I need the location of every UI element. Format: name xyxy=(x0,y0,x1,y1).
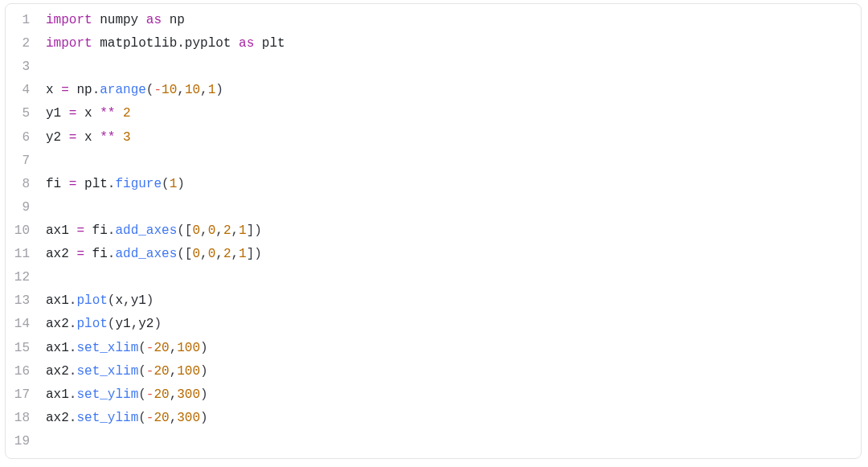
code-block: 1import numpy as np2import matplotlib.py… xyxy=(5,3,862,459)
code-token: y2 xyxy=(138,317,154,331)
code-token: 0 xyxy=(208,247,216,261)
code-line: 16ax2.set_xlim(-20,100) xyxy=(6,360,861,383)
code-token: , xyxy=(200,223,208,238)
code-line: 6y2 = x ** 3 xyxy=(6,126,861,150)
code-token: , xyxy=(177,83,185,97)
code-content: import matplotlib.pyplot as plt xyxy=(46,32,861,55)
code-line: 9 xyxy=(6,196,861,219)
line-number: 11 xyxy=(6,243,46,266)
code-token: = xyxy=(76,223,84,238)
code-token: . xyxy=(69,411,77,425)
code-token: ) xyxy=(200,387,208,402)
code-line: 11ax2 = fi.add_axes([0,0,2,1]) xyxy=(6,243,861,266)
code-content: ax1.plot(x,y1) xyxy=(46,289,861,313)
line-number: 13 xyxy=(6,289,46,313)
code-token: - xyxy=(146,341,154,355)
code-line: 19 xyxy=(6,430,861,453)
code-token: ) xyxy=(200,364,208,379)
code-token: 1 xyxy=(170,177,178,191)
line-number: 5 xyxy=(6,102,46,125)
code-token: ) xyxy=(154,317,162,331)
code-content: ax1.set_xlim(-20,100) xyxy=(46,337,861,360)
code-token: fi xyxy=(46,177,69,191)
code-token: y1 xyxy=(131,293,146,308)
code-line: 5y1 = x ** 2 xyxy=(6,102,861,125)
code-line: 4x = np.arange(-10,10,1) xyxy=(6,79,861,102)
code-token: ( xyxy=(108,293,116,308)
code-token: arange xyxy=(100,83,146,97)
code-content: x = np.arange(-10,10,1) xyxy=(46,79,861,102)
code-line: 14ax2.plot(y1,y2) xyxy=(6,313,861,336)
code-line: 18ax2.set_ylim(-20,300) xyxy=(6,407,861,430)
code-token: plt xyxy=(254,36,285,51)
code-token: np xyxy=(69,83,92,97)
code-content xyxy=(46,55,861,79)
code-content xyxy=(46,150,861,173)
code-content: ax2 = fi.add_axes([0,0,2,1]) xyxy=(46,243,861,266)
code-token: ax2 xyxy=(46,247,76,261)
code-content xyxy=(46,196,861,219)
code-token: figure xyxy=(115,177,162,191)
code-token: ) xyxy=(200,411,208,425)
code-token xyxy=(115,130,123,145)
code-content: ax2.set_xlim(-20,100) xyxy=(46,360,861,383)
code-content: import numpy as np xyxy=(46,9,861,32)
line-number: 4 xyxy=(6,79,46,102)
line-number: 6 xyxy=(6,126,46,150)
code-token: ax1 xyxy=(46,387,69,402)
code-token: , xyxy=(200,247,208,261)
code-token: ax1 xyxy=(46,341,69,355)
code-token: fi xyxy=(84,247,108,261)
code-token: . xyxy=(108,247,116,261)
line-number: 1 xyxy=(6,9,46,32)
code-token: plt xyxy=(76,177,107,191)
code-content xyxy=(46,430,861,453)
code-token: . xyxy=(92,83,100,97)
code-token: , xyxy=(200,83,208,97)
code-token: ( xyxy=(138,387,146,402)
code-content: ax1 = fi.add_axes([0,0,2,1]) xyxy=(46,219,861,243)
code-token: 0 xyxy=(192,247,200,261)
code-content xyxy=(46,266,861,289)
code-token: , xyxy=(170,387,178,402)
code-token: matplotlib xyxy=(92,36,178,51)
code-token: ** xyxy=(100,106,115,121)
code-token: . xyxy=(108,223,116,238)
code-token: 3 xyxy=(123,130,131,145)
code-token: = xyxy=(76,247,84,261)
code-token: = xyxy=(69,106,77,121)
line-number: 17 xyxy=(6,383,46,407)
line-number: 10 xyxy=(6,219,46,243)
code-token: ([ xyxy=(177,223,192,238)
code-token: ax1 xyxy=(46,223,76,238)
line-number: 12 xyxy=(6,266,46,289)
code-token: as xyxy=(239,36,254,51)
code-token: - xyxy=(146,411,154,425)
code-token: x xyxy=(46,83,61,97)
code-token: 1 xyxy=(208,83,216,97)
code-token: = xyxy=(61,83,69,97)
code-line: 8fi = plt.figure(1) xyxy=(6,173,861,196)
code-line: 10ax1 = fi.add_axes([0,0,2,1]) xyxy=(6,219,861,243)
code-token: ( xyxy=(108,317,116,331)
code-token: fi xyxy=(84,223,108,238)
line-number: 2 xyxy=(6,32,46,55)
code-token: 100 xyxy=(177,364,200,379)
code-token: ([ xyxy=(177,247,192,261)
code-token: ( xyxy=(138,411,146,425)
code-token: set_ylim xyxy=(76,387,138,402)
code-token: ) xyxy=(200,341,208,355)
code-content: y2 = x ** 3 xyxy=(46,126,861,150)
line-number: 9 xyxy=(6,196,46,219)
code-token: . xyxy=(69,341,77,355)
code-token: y2 xyxy=(46,130,69,145)
code-line: 13ax1.plot(x,y1) xyxy=(6,289,861,313)
code-token: 20 xyxy=(154,387,169,402)
code-token: 0 xyxy=(208,223,216,238)
code-token: set_xlim xyxy=(76,341,138,355)
code-token: ( xyxy=(138,341,146,355)
code-token: , xyxy=(170,341,178,355)
code-token: y1 xyxy=(115,317,130,331)
code-content: fi = plt.figure(1) xyxy=(46,173,861,196)
code-token: 300 xyxy=(177,411,200,425)
